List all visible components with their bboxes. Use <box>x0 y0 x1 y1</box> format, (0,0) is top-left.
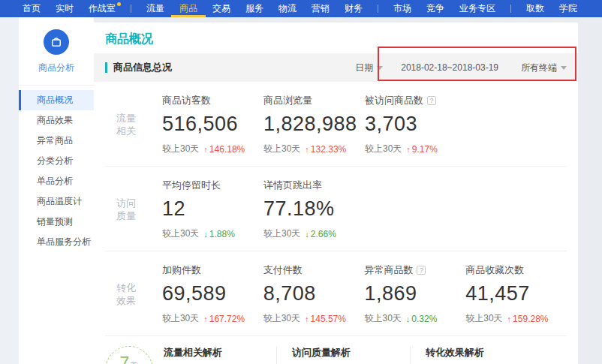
insight-visit-quality: 访问质量解析 虽然商品详情页日均跳出率比同行平均好，但平均停留时间低于同行平均，… <box>276 346 410 364</box>
metric-detail-bounce-rate: 详情页跳出率 77.18% 较上30天↓2.66% <box>263 179 365 240</box>
nav-item-marketing[interactable]: 营销 <box>312 0 330 17</box>
chevron-down-icon <box>561 66 567 70</box>
nav-item-goods[interactable]: 商品 <box>179 0 197 17</box>
metric-abnormal-goods-count: 异常商品数? 1,869 较上30天↓0.32% <box>364 263 465 325</box>
nav-item-business-zone[interactable]: 业务专区 <box>459 0 495 17</box>
sidebar-item-single-item-service[interactable]: 单品服务分析 <box>19 232 94 252</box>
metric-row-conversion: 转化效果 加购件数 69,589 较上30天↑167.72% 支付件数 8,70… <box>105 251 567 336</box>
nav-item-traffic[interactable]: 流量 <box>146 0 164 17</box>
metric-value: 1,828,988 <box>263 113 365 136</box>
sidebar-item-sales-forecast[interactable]: 销量预测 <box>19 212 94 232</box>
row-group-label: 流量相关 <box>116 112 139 137</box>
metric-row-traffic: 流量相关 商品访客数 516,506 较上30天↑146.18% 商品浏览量 1… <box>105 82 567 167</box>
nav-item-academy[interactable]: 学院 <box>559 0 577 17</box>
nav-item-realtime[interactable]: 实时 <box>56 0 74 17</box>
metric-goods-visitors: 商品访客数 516,506 较上30天↑146.18% <box>162 94 263 155</box>
main-content: 商品概况 商品信息总况 日期 2018-02-18~2018-03-19 所有终… <box>94 23 578 364</box>
date-dropdown[interactable]: 日期 <box>355 62 383 74</box>
sidebar-item-goods-effect[interactable]: 商品效果 <box>19 110 94 131</box>
sidebar-header: 商品分析 <box>19 17 94 86</box>
insights-section: 7天 数据解读 流量相关解析 访问质量解析 虽然商品详情页日均跳出率比同行平均好… <box>105 336 567 364</box>
seven-day-interpretation-badge: 7天 数据解读 <box>105 346 153 364</box>
sidebar-item-category-analysis[interactable]: 分类分析 <box>19 151 94 171</box>
date-range-value[interactable]: 2018-02-18~2018-03-19 <box>401 62 498 73</box>
terminal-dropdown[interactable]: 所有终端 <box>521 62 567 74</box>
metric-row-visit-quality: 访问质量 平均停留时长 12 较上30天↓1.88% 详情页跳出率 77.18%… <box>105 167 567 251</box>
down-arrow-icon: ↓ <box>406 314 411 323</box>
nav-item-competition[interactable]: 竞争 <box>426 0 444 17</box>
section-title: 商品信息总况 <box>105 62 172 73</box>
metric-goods-pageviews: 商品浏览量 1,828,988 较上30天↑132.33% <box>263 94 365 155</box>
help-icon[interactable]: ? <box>417 266 426 275</box>
sidebar-item-goods-overview[interactable]: 商品概况 <box>19 90 94 110</box>
nav-divider <box>378 5 378 13</box>
row-group-label: 访问质量 <box>116 197 139 222</box>
sidebar-item-single-item-analysis[interactable]: 单品分析 <box>19 171 94 191</box>
page-left-gutter <box>0 17 19 364</box>
sidebar-item-goods-thermometer[interactable]: 商品温度计 <box>19 191 94 212</box>
down-arrow-icon: ↓ <box>203 230 208 239</box>
up-arrow-icon: ↑ <box>507 314 512 323</box>
notification-dot-icon <box>117 2 121 6</box>
up-arrow-icon: ↑ <box>203 314 208 323</box>
sidebar-menu: 商品概况 商品效果 异常商品 分类分析 单品分析 商品温度计 销量预测 单品服务… <box>19 86 94 252</box>
help-icon[interactable]: ? <box>427 96 436 105</box>
filters: 日期 2018-02-18~2018-03-19 所有终端 <box>355 62 567 74</box>
up-arrow-icon: ↑ <box>305 314 309 323</box>
nav-item-finance[interactable]: 财务 <box>345 0 363 17</box>
row-group-label: 转化效果 <box>116 281 139 307</box>
metric-value: 3,703 <box>365 113 466 136</box>
up-arrow-icon: ↑ <box>305 145 309 154</box>
nav-item-service[interactable]: 服务 <box>245 0 263 17</box>
top-nav: 首页 实时 作战室 流量 商品 交易 服务 物流 营销 财务 市场 竞争 业务专… <box>0 0 602 17</box>
metric-value: 8,708 <box>263 282 365 305</box>
metric-value: 516,506 <box>162 113 263 136</box>
up-arrow-icon: ↑ <box>203 145 208 154</box>
metric-value: 41,457 <box>465 282 567 305</box>
metric-avg-stay-time: 平均停留时长 12 较上30天↓1.88% <box>162 179 263 240</box>
nav-divider <box>131 5 131 13</box>
nav-item-trade[interactable]: 交易 <box>212 0 230 17</box>
goods-analysis-bag-icon <box>44 29 69 55</box>
metric-paid-count: 支付件数 8,708 较上30天↑145.57% <box>263 263 365 325</box>
metric-value: 12 <box>162 197 263 221</box>
section-header-bar: 商品信息总况 日期 2018-02-18~2018-03-19 所有终端 <box>94 53 578 82</box>
nav-item-data-fetch[interactable]: 取数 <box>526 0 544 17</box>
nav-item-market[interactable]: 市场 <box>393 0 411 17</box>
page-title: 商品概况 <box>94 23 578 53</box>
nav-divider <box>510 5 511 13</box>
metric-value: 1,869 <box>364 282 465 305</box>
metric-value: 69,589 <box>162 282 263 305</box>
metric-value: 77.18% <box>263 197 365 221</box>
insight-traffic: 流量相关解析 <box>164 346 276 364</box>
insight-conversion: 转化效果解析 加购转化率表现还不错，但支付转化率低于同行平均，赶快到异常商品并结… <box>410 346 543 364</box>
sidebar-item-abnormal-goods[interactable]: 异常商品 <box>19 131 94 151</box>
sidebar-group-label: 商品分析 <box>19 62 94 74</box>
nav-item-war-room[interactable]: 作战室 <box>89 0 116 17</box>
up-arrow-icon: ↑ <box>406 145 411 154</box>
metric-visited-goods-count: 被访问商品数? 3,703 较上30天↑9.17% <box>365 94 466 155</box>
metric-goods-favorites: 商品收藏次数 41,457 较上30天↑159.28% <box>465 263 567 325</box>
metric-cart-add-count: 加购件数 69,589 较上30天↑167.72% <box>162 263 263 325</box>
chevron-down-icon <box>377 66 383 70</box>
nav-item-home[interactable]: 首页 <box>23 0 41 17</box>
sidebar: 商品分析 商品概况 商品效果 异常商品 分类分析 单品分析 商品温度计 销量预测… <box>19 17 94 364</box>
down-arrow-icon: ↓ <box>305 230 309 239</box>
nav-item-logistics[interactable]: 物流 <box>278 0 296 17</box>
